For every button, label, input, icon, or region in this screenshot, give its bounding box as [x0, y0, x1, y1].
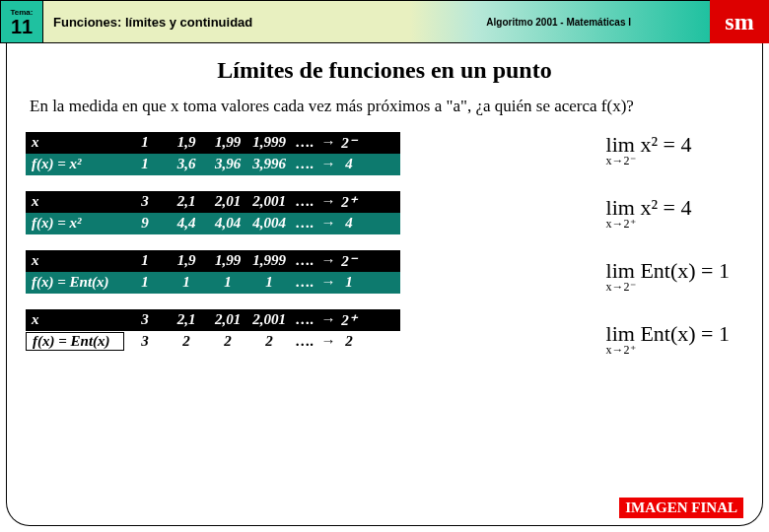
cell-label: f(x) = x² — [26, 156, 124, 172]
arrow-icon: → — [319, 134, 337, 151]
tables-area: x 1 1,9 1,99 1,999 …. → 2⁻ f(x) = x² 1 3… — [26, 132, 400, 353]
cell: 2,01 — [207, 311, 248, 328]
table-row: x 3 2,1 2,01 2,001 …. → 2⁺ — [26, 191, 400, 213]
chapter-title: Funciones: límites y continuidad — [53, 15, 252, 30]
cell: …. — [290, 215, 319, 232]
cell: 2⁻ — [337, 134, 361, 152]
table-row: f(x) = Ent(x) 3 2 2 2 …. → 2 — [26, 331, 400, 353]
cell: 1 — [124, 252, 166, 269]
cell-label: x — [26, 134, 124, 151]
cell: 1 — [207, 274, 248, 291]
cell: …. — [290, 252, 319, 269]
table-3: x 1 1,9 1,99 1,999 …. → 2⁻ f(x) = Ent(x)… — [26, 250, 400, 294]
cell: 1 — [166, 274, 207, 291]
cell: 2,001 — [248, 311, 290, 328]
cell: 4 — [337, 156, 361, 172]
formulas-area: lim x² = 4 x→2⁻ lim x² = 4 x→2⁺ lim Ent(… — [606, 132, 730, 384]
cell: 3 — [124, 311, 166, 328]
cell: 3 — [124, 193, 166, 210]
cell: 1,999 — [248, 252, 290, 269]
arrow-icon: → — [319, 274, 337, 291]
sm-logo: sm — [710, 0, 769, 43]
table-row: f(x) = x² 9 4,4 4,04 4,004 …. → 4 — [26, 213, 400, 234]
cell-label: f(x) = x² — [26, 215, 124, 232]
cell: 3,996 — [248, 156, 290, 172]
cell: …. — [290, 311, 319, 328]
cell: 2 — [207, 333, 248, 350]
cell: 2,001 — [248, 193, 290, 210]
cell: 2 — [248, 333, 290, 350]
table-4: x 3 2,1 2,01 2,001 …. → 2⁺ f(x) = Ent(x)… — [26, 309, 400, 353]
formula-sub: x→2⁻ — [606, 154, 636, 168]
table-row: x 1 1,9 1,99 1,999 …. → 2⁻ — [26, 132, 400, 154]
book-title: Algoritmo 2001 - Matemáticas I — [486, 17, 631, 28]
cell: …. — [290, 193, 319, 210]
arrow-icon: → — [319, 252, 337, 269]
formula-2: lim x² = 4 x→2⁺ — [606, 195, 730, 221]
cell: 1,9 — [166, 134, 207, 151]
cell: 2⁺ — [337, 311, 361, 329]
arrow-icon: → — [319, 311, 337, 328]
tema-box: Tema: 11 — [0, 0, 43, 43]
cell: …. — [290, 134, 319, 151]
cell: 2⁻ — [337, 252, 361, 270]
cell-label: x — [26, 311, 124, 328]
content-area: x 1 1,9 1,99 1,999 …. → 2⁻ f(x) = x² 1 3… — [0, 132, 769, 353]
cell: 1 — [124, 274, 166, 291]
cell: 4,4 — [166, 215, 207, 232]
cell: 3,6 — [166, 156, 207, 172]
table-2: x 3 2,1 2,01 2,001 …. → 2⁺ f(x) = x² 9 4… — [26, 191, 400, 234]
cell: 1,9 — [166, 252, 207, 269]
header-bar: Tema: 11 Funciones: límites y continuida… — [0, 0, 769, 43]
formula-sub: x→2⁺ — [606, 217, 636, 232]
cell-label: f(x) = Ent(x) — [26, 332, 124, 351]
formula-sub: x→2⁺ — [606, 343, 636, 358]
cell: 1 — [337, 274, 361, 291]
cell: 2 — [337, 333, 361, 350]
cell: 4,04 — [207, 215, 248, 232]
arrow-icon: → — [319, 215, 337, 232]
formula-4: lim Ent(x) = 1 x→2⁺ — [606, 321, 730, 347]
cell: 2 — [166, 333, 207, 350]
cell: 2,1 — [166, 193, 207, 210]
cell: 4 — [337, 215, 361, 232]
cell: 3 — [124, 333, 166, 350]
cell: 3,96 — [207, 156, 248, 172]
formula-1: lim x² = 4 x→2⁻ — [606, 132, 730, 158]
cell: 1,99 — [207, 252, 248, 269]
title-bar: Funciones: límites y continuidad Algorit… — [43, 0, 710, 43]
tema-number: 11 — [11, 17, 33, 36]
table-row: x 3 2,1 2,01 2,001 …. → 2⁺ — [26, 309, 400, 331]
cell: 4,004 — [248, 215, 290, 232]
cell-label: x — [26, 193, 124, 210]
cell: 1 — [248, 274, 290, 291]
cell: 1,999 — [248, 134, 290, 151]
table-row: x 1 1,9 1,99 1,999 …. → 2⁻ — [26, 250, 400, 272]
cell-label: x — [26, 252, 124, 269]
arrow-icon: → — [319, 333, 337, 350]
imagen-final-button[interactable]: IMAGEN FINAL — [619, 498, 743, 518]
cell-label: f(x) = Ent(x) — [26, 274, 124, 291]
cell: 2,1 — [166, 311, 207, 328]
cell: …. — [290, 333, 319, 350]
cell: 1 — [124, 156, 166, 172]
cell: 9 — [124, 215, 166, 232]
cell: 1 — [124, 134, 166, 151]
table-row: f(x) = x² 1 3,6 3,96 3,996 …. → 4 — [26, 154, 400, 175]
cell: 1,99 — [207, 134, 248, 151]
cell: …. — [290, 274, 319, 291]
arrow-icon: → — [319, 193, 337, 210]
table-1: x 1 1,9 1,99 1,999 …. → 2⁻ f(x) = x² 1 3… — [26, 132, 400, 175]
cell: 2⁺ — [337, 193, 361, 211]
formula-3: lim Ent(x) = 1 x→2⁻ — [606, 258, 730, 284]
cell: …. — [290, 156, 319, 172]
cell: 2,01 — [207, 193, 248, 210]
table-row: f(x) = Ent(x) 1 1 1 1 …. → 1 — [26, 272, 400, 294]
formula-sub: x→2⁻ — [606, 280, 636, 295]
arrow-icon: → — [319, 156, 337, 172]
